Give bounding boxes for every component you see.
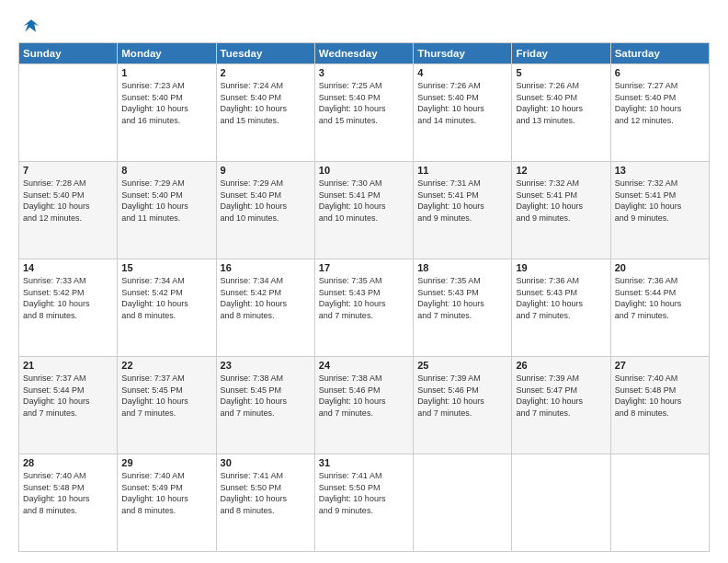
day-cell: 10Sunrise: 7:30 AM Sunset: 5:41 PM Dayli… [314,162,413,259]
day-number: 4 [417,67,507,78]
day-number: 25 [417,360,507,371]
logo-bird-icon [22,17,40,35]
day-info: Sunrise: 7:33 AM Sunset: 5:42 PM Dayligh… [23,275,113,321]
weekday-header-thursday: Thursday [414,43,512,64]
day-number: 28 [23,457,113,468]
day-number: 2 [221,67,311,78]
day-info: Sunrise: 7:39 AM Sunset: 5:46 PM Dayligh… [417,373,507,419]
day-info: Sunrise: 7:40 AM Sunset: 5:48 PM Dayligh… [615,373,705,419]
day-number: 13 [615,165,705,176]
header [18,17,710,35]
day-number: 29 [121,457,211,468]
day-number: 5 [516,67,606,78]
day-number: 20 [615,262,705,273]
day-number: 15 [121,262,211,273]
day-info: Sunrise: 7:30 AM Sunset: 5:41 PM Dayligh… [319,178,409,224]
day-cell: 18Sunrise: 7:35 AM Sunset: 5:43 PM Dayli… [414,259,512,357]
day-cell: 19Sunrise: 7:36 AM Sunset: 5:43 PM Dayli… [512,259,610,357]
day-number: 24 [319,360,409,371]
day-info: Sunrise: 7:27 AM Sunset: 5:40 PM Dayligh… [615,80,705,126]
day-cell: 28Sunrise: 7:40 AM Sunset: 5:48 PM Dayli… [19,454,118,552]
week-row-5: 28Sunrise: 7:40 AM Sunset: 5:48 PM Dayli… [19,454,710,552]
day-info: Sunrise: 7:37 AM Sunset: 5:44 PM Dayligh… [23,373,113,419]
day-number: 8 [121,165,211,176]
day-info: Sunrise: 7:41 AM Sunset: 5:50 PM Dayligh… [221,470,311,516]
day-cell: 21Sunrise: 7:37 AM Sunset: 5:44 PM Dayli… [19,357,118,454]
day-info: Sunrise: 7:36 AM Sunset: 5:43 PM Dayligh… [516,275,606,321]
day-cell [414,454,512,552]
weekday-header-saturday: Saturday [610,43,709,64]
day-info: Sunrise: 7:32 AM Sunset: 5:41 PM Dayligh… [516,178,606,224]
day-cell: 17Sunrise: 7:35 AM Sunset: 5:43 PM Dayli… [314,259,413,357]
day-number: 21 [23,360,113,371]
page: SundayMondayTuesdayWednesdayThursdayFrid… [0,0,728,563]
day-number: 11 [417,165,507,176]
day-cell: 24Sunrise: 7:38 AM Sunset: 5:46 PM Dayli… [314,357,413,454]
day-cell: 8Sunrise: 7:29 AM Sunset: 5:40 PM Daylig… [118,162,216,259]
day-info: Sunrise: 7:32 AM Sunset: 5:41 PM Dayligh… [615,178,705,224]
day-info: Sunrise: 7:26 AM Sunset: 5:40 PM Dayligh… [417,80,507,126]
day-info: Sunrise: 7:40 AM Sunset: 5:48 PM Dayligh… [23,470,113,516]
day-info: Sunrise: 7:37 AM Sunset: 5:45 PM Dayligh… [121,373,211,419]
day-number: 6 [615,67,705,78]
day-cell: 4Sunrise: 7:26 AM Sunset: 5:40 PM Daylig… [414,64,512,162]
weekday-header-friday: Friday [512,43,610,64]
day-cell: 30Sunrise: 7:41 AM Sunset: 5:50 PM Dayli… [216,454,314,552]
day-number: 3 [319,67,409,78]
day-info: Sunrise: 7:40 AM Sunset: 5:49 PM Dayligh… [121,470,211,516]
day-cell: 23Sunrise: 7:38 AM Sunset: 5:45 PM Dayli… [216,357,314,454]
day-info: Sunrise: 7:31 AM Sunset: 5:41 PM Dayligh… [417,178,507,224]
day-cell [512,454,610,552]
day-number: 10 [319,165,409,176]
day-info: Sunrise: 7:29 AM Sunset: 5:40 PM Dayligh… [121,178,211,224]
logo [18,17,40,35]
day-cell: 16Sunrise: 7:34 AM Sunset: 5:42 PM Dayli… [216,259,314,357]
day-number: 18 [417,262,507,273]
week-row-3: 14Sunrise: 7:33 AM Sunset: 5:42 PM Dayli… [19,259,710,357]
day-cell: 25Sunrise: 7:39 AM Sunset: 5:46 PM Dayli… [414,357,512,454]
day-number: 26 [516,360,606,371]
calendar-table: SundayMondayTuesdayWednesdayThursdayFrid… [18,42,710,552]
day-cell: 3Sunrise: 7:25 AM Sunset: 5:40 PM Daylig… [314,64,413,162]
day-number: 30 [221,457,311,468]
day-info: Sunrise: 7:24 AM Sunset: 5:40 PM Dayligh… [221,80,311,126]
day-cell: 12Sunrise: 7:32 AM Sunset: 5:41 PM Dayli… [512,162,610,259]
day-cell: 11Sunrise: 7:31 AM Sunset: 5:41 PM Dayli… [414,162,512,259]
weekday-header-wednesday: Wednesday [314,43,413,64]
day-cell [610,454,709,552]
day-info: Sunrise: 7:35 AM Sunset: 5:43 PM Dayligh… [417,275,507,321]
day-number: 17 [319,262,409,273]
week-row-1: 1Sunrise: 7:23 AM Sunset: 5:40 PM Daylig… [19,64,710,162]
day-info: Sunrise: 7:26 AM Sunset: 5:40 PM Dayligh… [516,80,606,126]
day-cell: 29Sunrise: 7:40 AM Sunset: 5:49 PM Dayli… [118,454,216,552]
day-cell: 13Sunrise: 7:32 AM Sunset: 5:41 PM Dayli… [610,162,709,259]
day-cell: 2Sunrise: 7:24 AM Sunset: 5:40 PM Daylig… [216,64,314,162]
weekday-header-row: SundayMondayTuesdayWednesdayThursdayFrid… [19,43,710,64]
day-cell: 9Sunrise: 7:29 AM Sunset: 5:40 PM Daylig… [216,162,314,259]
day-number: 1 [121,67,211,78]
day-info: Sunrise: 7:34 AM Sunset: 5:42 PM Dayligh… [121,275,211,321]
day-number: 27 [615,360,705,371]
day-number: 14 [23,262,113,273]
day-number: 19 [516,262,606,273]
day-cell: 22Sunrise: 7:37 AM Sunset: 5:45 PM Dayli… [118,357,216,454]
day-info: Sunrise: 7:34 AM Sunset: 5:42 PM Dayligh… [221,275,311,321]
day-info: Sunrise: 7:35 AM Sunset: 5:43 PM Dayligh… [319,275,409,321]
day-info: Sunrise: 7:38 AM Sunset: 5:46 PM Dayligh… [319,373,409,419]
day-cell [19,64,118,162]
svg-marker-0 [24,19,40,31]
day-info: Sunrise: 7:39 AM Sunset: 5:47 PM Dayligh… [516,373,606,419]
day-number: 12 [516,165,606,176]
week-row-2: 7Sunrise: 7:28 AM Sunset: 5:40 PM Daylig… [19,162,710,259]
day-cell: 31Sunrise: 7:41 AM Sunset: 5:50 PM Dayli… [314,454,413,552]
day-info: Sunrise: 7:36 AM Sunset: 5:44 PM Dayligh… [615,275,705,321]
day-cell: 5Sunrise: 7:26 AM Sunset: 5:40 PM Daylig… [512,64,610,162]
week-row-4: 21Sunrise: 7:37 AM Sunset: 5:44 PM Dayli… [19,357,710,454]
day-number: 22 [121,360,211,371]
day-info: Sunrise: 7:23 AM Sunset: 5:40 PM Dayligh… [121,80,211,126]
weekday-header-tuesday: Tuesday [216,43,314,64]
day-number: 9 [221,165,311,176]
day-number: 31 [319,457,409,468]
weekday-header-monday: Monday [118,43,216,64]
weekday-header-sunday: Sunday [19,43,118,64]
